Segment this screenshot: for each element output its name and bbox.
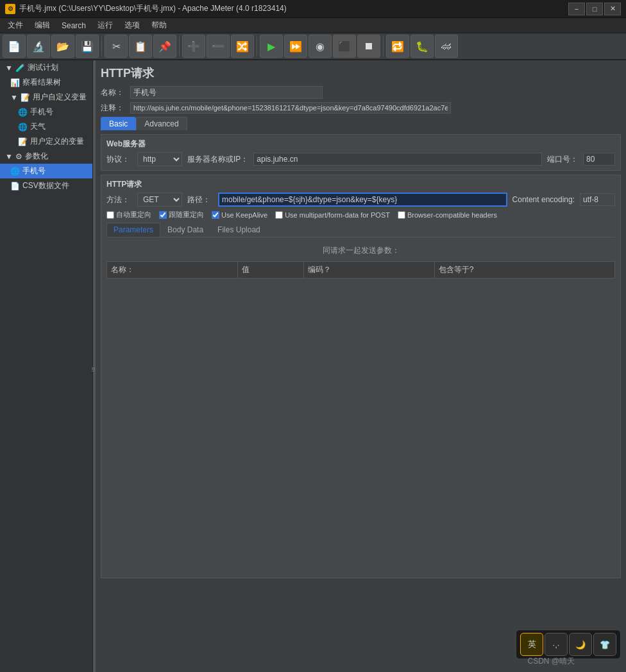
method-label: 方法： (106, 194, 132, 205)
checkbox-browser-compat[interactable]: Browser-compatible headers (398, 211, 497, 219)
menu-help[interactable]: 帮助 (146, 19, 172, 32)
sidebar: ▼ 🧪 测试计划 📊 察看结果树 ▼ 📝 用户自定义变量 🌐 手机号 🌐 天气 … (0, 60, 93, 672)
port-input[interactable] (583, 153, 615, 166)
http-request-title: HTTP请求 (106, 179, 615, 190)
debug-button[interactable]: 🐛 (410, 35, 434, 58)
window-controls: − □ ✕ (568, 3, 621, 15)
sidebar-item-test-plan[interactable]: ▼ 🧪 测试计划 (0, 60, 92, 75)
subtab-body-data[interactable]: Body Data (160, 223, 210, 237)
sidebar-item-user-defined[interactable]: 📝 用户定义的变量 (0, 134, 92, 149)
paste-button[interactable]: 📌 (153, 35, 176, 58)
checkboxes-row: 自动重定向 跟随重定向 Use KeepAlive Use multipart/… (106, 210, 615, 220)
sidebar-item-mobile-active[interactable]: 🌐 手机号 (0, 164, 92, 178)
test-plan-icon: 🧪 (15, 64, 25, 73)
note-label: 注释： (101, 103, 126, 114)
subtab-parameters[interactable]: Parameters (106, 223, 160, 237)
checkbox-keepalive[interactable]: Use KeepAlive (212, 211, 267, 219)
menu-options[interactable]: 选项 (119, 19, 145, 32)
sidebar-drag-handle[interactable] (93, 60, 96, 672)
mobile-active-icon: 🌐 (10, 167, 20, 176)
menu-edit[interactable]: 编辑 (30, 19, 55, 32)
checkbox-follow-redirect[interactable]: 跟随重定向 (159, 210, 204, 220)
subtab-files-upload[interactable]: Files Upload (210, 223, 267, 237)
http-req-row: 方法： GET POST PUT DELETE 路径： Content enco… (106, 193, 615, 207)
params-info: 同请求一起发送参数： (106, 240, 615, 261)
view-results-icon: 📊 (10, 78, 20, 87)
window-title: 手机号.jmx (C:\Users\YY\Desktop\手机号.jmx) - … (19, 3, 287, 14)
close-button[interactable]: ✕ (604, 3, 621, 15)
start-button[interactable]: ▶ (260, 35, 283, 58)
watermark: CSDN @晴天 (527, 656, 575, 667)
param-expand: ▼ (5, 152, 13, 161)
checkbox-auto-redirect[interactable]: 自动重定向 (106, 210, 151, 220)
server-label: 服务器名称或IP： (187, 154, 248, 165)
server-input[interactable] (253, 153, 542, 166)
sidebar-item-csv[interactable]: 📄 CSV数据文件 (0, 178, 92, 193)
user-vars-expand: ▼ (10, 93, 18, 102)
expand-icon: ▼ (5, 64, 13, 73)
test-plan-label: 测试计划 (28, 62, 58, 73)
tab-basic[interactable]: Basic (101, 117, 136, 130)
toggle-button[interactable]: 🔀 (231, 35, 254, 58)
sidebar-item-view-results[interactable]: 📊 察看结果树 (0, 75, 92, 90)
remove-button[interactable]: ➖ (207, 35, 230, 58)
add-button[interactable]: ➕ (182, 35, 205, 58)
path-label: 路径： (187, 194, 213, 205)
col-encode: 编码？ (304, 262, 435, 279)
menu-bar: 文件 编辑 Search 运行 选项 帮助 (0, 18, 626, 33)
sub-tabs: Parameters Body Data Files Upload (106, 223, 615, 237)
sidebar-item-mobile[interactable]: 🌐 手机号 (0, 105, 92, 119)
start-no-pauses-button[interactable]: ⏩ (284, 35, 307, 58)
ime-dark[interactable]: 🌙 (569, 633, 592, 656)
open-button[interactable]: 📂 (51, 35, 74, 58)
menu-search[interactable]: Search (56, 20, 91, 31)
sidebar-item-weather[interactable]: 🌐 天气 (0, 119, 92, 134)
copy-button[interactable]: 📋 (129, 35, 152, 58)
name-row: 名称： (101, 86, 621, 99)
cut-button[interactable]: ✂ (105, 35, 128, 58)
path-input[interactable] (218, 193, 507, 207)
user-def-label: 用户定义的变量 (30, 136, 84, 147)
protocol-label: 协议： (106, 154, 132, 165)
encoding-input[interactable] (580, 193, 615, 206)
tab-advanced[interactable]: Advanced (136, 117, 187, 130)
col-value: 值 (237, 262, 304, 279)
remote-start-button[interactable]: 🔁 (386, 35, 409, 58)
title-bar: ⚙ 手机号.jmx (C:\Users\YY\Desktop\手机号.jmx) … (0, 0, 626, 18)
clear-button[interactable]: 🏎 (435, 35, 458, 58)
maximize-button[interactable]: □ (586, 3, 603, 15)
toolbar-sep-3 (257, 37, 257, 56)
toolbar-sep-2 (179, 37, 180, 56)
checkbox-multipart[interactable]: Use multipart/form-data for POST (275, 211, 390, 219)
menu-run[interactable]: 运行 (92, 19, 118, 32)
new-button[interactable]: 📄 (3, 35, 26, 58)
templates-button[interactable]: 🔬 (27, 35, 50, 58)
sidebar-item-user-vars[interactable]: ▼ 📝 用户自定义变量 (0, 90, 92, 105)
sidebar-item-parameterize[interactable]: ▼ ⚙ 参数化 (0, 149, 92, 164)
web-service-section: Web服务器 协议： http https 服务器名称或IP： 端口号： (101, 134, 621, 171)
col-include: 包含等于? (434, 262, 614, 279)
col-name: 名称： (107, 262, 238, 279)
name-input[interactable] (130, 86, 323, 99)
csv-label: CSV数据文件 (22, 180, 69, 191)
ime-skin[interactable]: 👕 (593, 633, 616, 656)
http-request-section: HTTP请求 方法： GET POST PUT DELETE 路径： Conte… (101, 175, 621, 578)
menu-file[interactable]: 文件 (3, 19, 28, 32)
note-input[interactable] (130, 102, 451, 114)
content-panel: HTTP请求 名称： 注释： Basic Advanced Web服务器 协议：… (96, 60, 626, 672)
minimize-button[interactable]: − (568, 3, 585, 15)
port-label: 端口号： (547, 154, 578, 165)
param-icon: ⚙ (15, 152, 22, 161)
protocol-select[interactable]: http https (137, 152, 182, 166)
ime-english[interactable]: 英 (520, 633, 543, 656)
stop-all-button[interactable]: ⏹ (357, 35, 380, 58)
start-all-button[interactable]: ◉ (309, 35, 332, 58)
stop-button[interactable]: ⬛ (333, 35, 356, 58)
save-button[interactable]: 💾 (76, 35, 99, 58)
main-layout: ▼ 🧪 测试计划 📊 察看结果树 ▼ 📝 用户自定义变量 🌐 手机号 🌐 天气 … (0, 60, 626, 672)
weather-label: 天气 (30, 121, 46, 132)
toolbar: 📄 🔬 📂 💾 ✂ 📋 📌 ➕ ➖ 🔀 ▶ ⏩ ◉ ⬛ ⏹ 🔁 🐛 🏎 (0, 33, 626, 60)
method-select[interactable]: GET POST PUT DELETE (137, 193, 182, 207)
ime-punctuation[interactable]: ·,· (545, 633, 568, 656)
web-service-title: Web服务器 (106, 139, 615, 150)
